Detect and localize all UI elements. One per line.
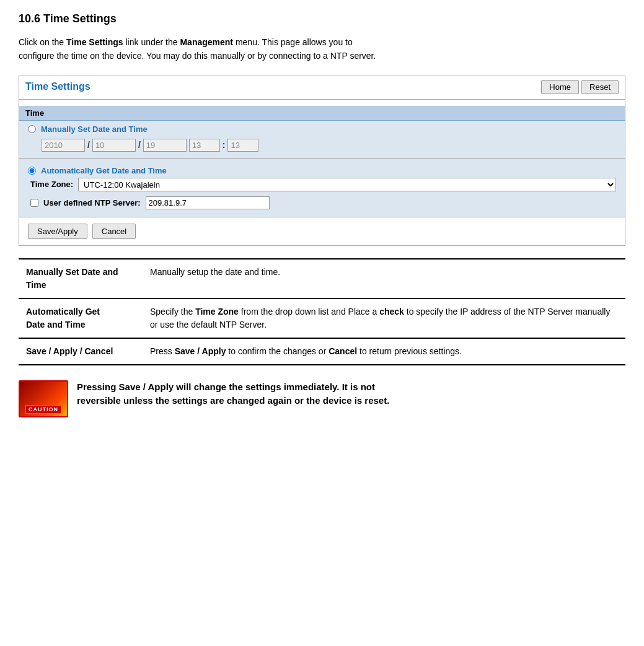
panel-action-buttons: Home Reset bbox=[541, 80, 619, 94]
intro-bold-2: Management bbox=[180, 37, 233, 47]
intro-line2: configure the time on the device. You ma… bbox=[19, 51, 376, 61]
auto-radio-label: Automatically Get Date and Time bbox=[41, 166, 167, 175]
year-input[interactable] bbox=[42, 139, 85, 152]
date-sep-1: / bbox=[87, 140, 90, 150]
manual-radio[interactable] bbox=[28, 125, 36, 133]
panel-title: Time Settings bbox=[25, 81, 90, 92]
reset-button[interactable]: Reset bbox=[581, 80, 619, 94]
panel-header: Time Settings Home Reset bbox=[19, 76, 625, 100]
table-row: Save / Apply / Cancel Press Save / Apply… bbox=[19, 338, 625, 365]
desc-bold-timezone: Time Zone bbox=[195, 307, 239, 316]
term-auto: Automatically GetDate and Time bbox=[19, 299, 143, 338]
desc-bold-check: check bbox=[379, 307, 404, 316]
minute-input[interactable] bbox=[227, 139, 258, 152]
intro-text-2: link under the bbox=[123, 37, 180, 47]
time-settings-panel: Time Settings Home Reset Time Manually S… bbox=[19, 76, 625, 246]
caution-body: Pressing Save / Apply will change the se… bbox=[77, 380, 389, 408]
ntp-label: User defined NTP Server: bbox=[43, 198, 141, 207]
desc-bold-cancel: Cancel bbox=[329, 346, 357, 356]
manual-radio-label: Manually Set Date and Time bbox=[41, 124, 148, 134]
desc-manual: Manually setup the date and time. bbox=[143, 259, 625, 299]
date-sep-2: / bbox=[138, 140, 141, 150]
save-apply-button[interactable]: Save/Apply bbox=[28, 224, 87, 239]
caution-section: CAUTION Pressing Save / Apply will chang… bbox=[19, 380, 625, 417]
auto-section: Automatically Get Date and Time Time Zon… bbox=[19, 159, 625, 217]
ntp-row: User defined NTP Server: bbox=[28, 196, 616, 209]
caution-normal-text: reversible unless the settings are chang… bbox=[77, 395, 389, 406]
intro-text-3: menu. This page allows you to bbox=[233, 37, 353, 47]
caution-image: CAUTION bbox=[19, 380, 68, 417]
cancel-button[interactable]: Cancel bbox=[92, 224, 136, 239]
time-section-header: Time bbox=[19, 106, 625, 121]
table-row: Manually Set Date andTime Manually setup… bbox=[19, 259, 625, 299]
timezone-row: Time Zone: UTC-12:00 Kwajalein bbox=[28, 178, 616, 191]
manual-radio-row: Manually Set Date and Time bbox=[19, 121, 625, 136]
caution-bold-text: Pressing Save / Apply will change the se… bbox=[77, 382, 375, 392]
timezone-label: Time Zone: bbox=[30, 180, 73, 189]
term-manual: Manually Set Date andTime bbox=[19, 259, 143, 299]
desc-auto: Specify the Time Zone from the drop down… bbox=[143, 299, 625, 338]
page-title: 10.6 Time Settings bbox=[19, 12, 625, 25]
date-time-row: / / : bbox=[19, 136, 625, 158]
intro-text-1: Click on the bbox=[19, 37, 66, 47]
intro-bold-1: Time Settings bbox=[66, 37, 123, 47]
panel-body: Time Manually Set Date and Time / / : Au… bbox=[19, 100, 625, 245]
intro-paragraph: Click on the Time Settings link under th… bbox=[19, 35, 625, 63]
time-sep: : bbox=[223, 140, 226, 150]
timezone-select[interactable]: UTC-12:00 Kwajalein bbox=[78, 178, 616, 191]
day-input[interactable] bbox=[143, 139, 187, 152]
hour-input[interactable] bbox=[189, 139, 220, 152]
desc-bold-save: Save / Apply bbox=[175, 346, 226, 356]
desc-save: Press Save / Apply to confirm the change… bbox=[143, 338, 625, 365]
auto-radio[interactable] bbox=[28, 167, 36, 175]
ntp-checkbox[interactable] bbox=[30, 199, 38, 207]
caution-badge: CAUTION bbox=[25, 405, 61, 414]
month-input[interactable] bbox=[92, 139, 136, 152]
table-row: Automatically GetDate and Time Specify t… bbox=[19, 299, 625, 338]
home-button[interactable]: Home bbox=[541, 80, 579, 94]
auto-radio-row: Automatically Get Date and Time bbox=[28, 162, 616, 178]
description-table: Manually Set Date andTime Manually setup… bbox=[19, 258, 625, 365]
action-row: Save/Apply Cancel bbox=[19, 217, 625, 245]
term-save: Save / Apply / Cancel bbox=[19, 338, 143, 365]
ntp-server-input[interactable] bbox=[146, 196, 270, 209]
